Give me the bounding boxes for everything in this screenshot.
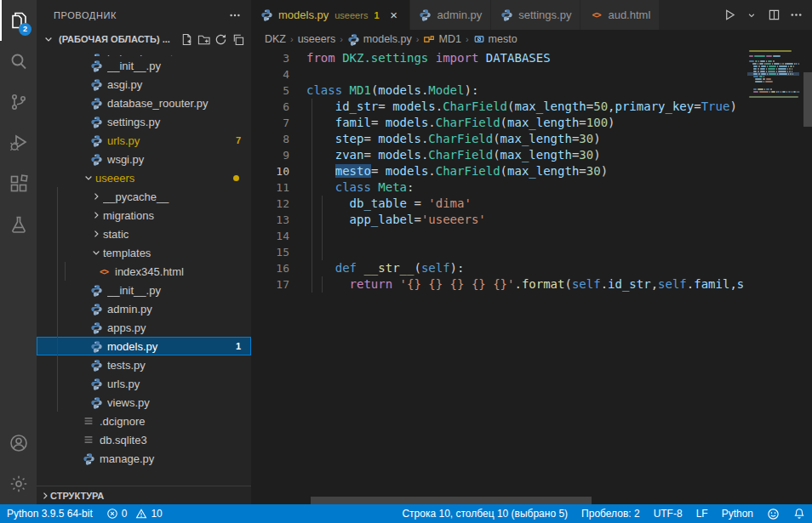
code-line-14[interactable] <box>306 228 747 244</box>
breadcrumb-separator: › <box>340 34 343 44</box>
new-folder-icon[interactable] <box>195 31 212 48</box>
tree-item-__pycache__[interactable]: __pycache__ <box>37 187 251 206</box>
tree-item-useeers[interactable]: useeers <box>37 168 251 187</box>
code-line-9[interactable]: zvan= models.CharField(max_length=30) <box>306 147 747 163</box>
activitybar-manage[interactable] <box>0 463 37 504</box>
chevron-right-icon <box>89 227 103 241</box>
breadcrumb-item-models.py[interactable]: models.py <box>347 33 412 46</box>
py-file-icon <box>89 115 103 128</box>
code-line-5[interactable]: class MD1(models.Model): <box>306 82 747 99</box>
tree-item-indexelement[interactable]: indexelement <box>37 49 251 56</box>
code-line-16[interactable]: def __str__(self): <box>306 260 747 276</box>
code-line-8[interactable]: step= models.CharField(max_length=30) <box>306 131 747 147</box>
tree-item-manage.py[interactable]: manage.py <box>37 449 251 468</box>
activitybar-testing[interactable] <box>0 204 37 245</box>
new-file-icon[interactable] <box>178 31 195 48</box>
file-file-icon <box>82 433 95 446</box>
vertical-scrollbar[interactable] <box>803 72 812 127</box>
tree-item-asgi.py[interactable]: asgi.py <box>37 75 251 94</box>
statusbar-encoding[interactable]: UTF-8 <box>647 504 689 523</box>
statusbar-indentation[interactable]: Пробелов: 2 <box>575 504 647 523</box>
tree-item-static[interactable]: static <box>37 225 251 243</box>
refresh-icon[interactable] <box>212 31 229 48</box>
tree-item-urls.py[interactable]: urls.py <box>37 374 251 393</box>
tree-item-db.sqlite3[interactable]: db.sqlite3 <box>37 430 251 449</box>
tree-item-label: urls.py <box>107 378 251 390</box>
line-number: 5 <box>251 82 289 99</box>
tab-models.py[interactable]: models.pyuseeers1× <box>251 0 410 30</box>
statusbar-python-interpreter[interactable]: Python 3.9.5 64-bit <box>0 504 100 523</box>
tree-item-.dcignore[interactable]: .dcignore <box>37 412 251 430</box>
activitybar-run-and-debug[interactable] <box>0 122 37 163</box>
editor-actions <box>720 0 812 30</box>
statusbar-problems[interactable]: 010 <box>100 504 169 523</box>
activitybar-explorer[interactable]: 2 <box>0 0 37 41</box>
indent-guide <box>312 212 312 228</box>
activitybar-extensions[interactable] <box>0 163 37 204</box>
tree-item-models.py[interactable]: models.py1 <box>37 337 251 355</box>
statusbar-feedback[interactable] <box>760 504 786 523</box>
tree-item-index345.html[interactable]: <>index345.html <box>37 262 251 281</box>
tree-item-label: manage.py <box>100 452 251 465</box>
code-line-12[interactable]: db_table = 'dima' <box>306 196 747 212</box>
tree-item-database_roouter.py[interactable]: database_roouter.py <box>37 94 251 112</box>
horizontal-scrollbar[interactable] <box>311 497 592 504</box>
tree-item-urls.py[interactable]: urls.py7 <box>37 131 251 150</box>
tab-settings.py[interactable]: settings.py <box>491 0 580 30</box>
py-file-icon <box>89 358 103 372</box>
tab-aud.html[interactable]: <>aud.html <box>580 0 660 30</box>
breadcrumb-item-MD1[interactable]: MD1 <box>423 33 460 45</box>
run-dropdown-button[interactable] <box>742 6 761 25</box>
tree-item-views.py[interactable]: views.py <box>37 393 251 412</box>
tree-item-__init__.py[interactable]: __init__.py <box>37 281 251 299</box>
code-line-7[interactable]: famil= models.CharField(max_length=100) <box>306 115 747 131</box>
tree-item-templates[interactable]: templates <box>37 243 251 262</box>
workspace-section-header[interactable]: (РАБОЧАЯ ОБЛАСТЬ) ... <box>37 30 251 48</box>
tree-item-apps.py[interactable]: apps.py <box>37 318 251 337</box>
more-actions-button[interactable] <box>786 6 805 25</box>
problems-badge: 1 <box>236 341 241 351</box>
activitybar-search[interactable] <box>0 41 37 82</box>
statusbar-eol[interactable]: LF <box>689 504 715 523</box>
code-line-15[interactable] <box>306 244 747 260</box>
code-editor[interactable]: 3from DKZ.settings import DATABASES45cla… <box>251 48 812 504</box>
statusbar-text: Python 3.9.5 64-bit <box>7 508 93 520</box>
close-icon[interactable]: × <box>387 9 401 21</box>
tab-admin.py[interactable]: admin.py <box>410 0 492 30</box>
statusbar-language-mode[interactable]: Python <box>715 504 760 523</box>
py-file-icon <box>89 377 103 390</box>
code-line-3[interactable]: from DKZ.settings import DATABASES <box>306 50 747 66</box>
code-line-4[interactable] <box>306 66 747 82</box>
views-and-more-actions-icon[interactable] <box>229 9 241 21</box>
tree-item-tests.py[interactable]: tests.py <box>37 355 251 374</box>
breadcrumb-item-mesto[interactable]: mesto <box>473 33 518 45</box>
collapse-all-icon[interactable] <box>229 31 246 48</box>
statusbar-notifications[interactable] <box>786 504 812 523</box>
split-editor-button[interactable] <box>764 6 783 25</box>
tree-item-admin.py[interactable]: admin.py <box>37 299 251 318</box>
code-line-10[interactable]: mesto= models.CharField(max_length=30) <box>306 163 747 179</box>
tree-item-__init__.py[interactable]: __init__.py <box>37 56 251 75</box>
breadcrumb-item-DKZ[interactable]: DKZ <box>265 33 286 45</box>
tree-item-settings.py[interactable]: settings.py <box>37 112 251 131</box>
breadcrumb-separator: › <box>466 34 469 44</box>
activitybar-source-control[interactable] <box>0 82 37 122</box>
outline-section-header[interactable]: СТРУКТУРА <box>37 486 251 504</box>
run-python-file-button[interactable] <box>720 6 739 25</box>
symbol-field-icon <box>473 33 485 45</box>
indent-guide <box>312 99 312 115</box>
activitybar-accounts[interactable] <box>0 423 37 463</box>
breadcrumb-item-useeers[interactable]: useeers <box>298 33 335 45</box>
tree-item-wsgi.py[interactable]: wsgi.py <box>37 150 251 168</box>
tree-item-label: __init__.py <box>107 60 251 72</box>
py-file-icon <box>89 96 103 110</box>
code-line-6[interactable]: id_str= models.CharField(max_length=50,p… <box>306 99 747 115</box>
statusbar-cursor-position[interactable]: Строка 10, столбец 10 (выбрано 5) <box>395 504 575 523</box>
code-line-13[interactable]: app_label='useeers' <box>306 212 747 228</box>
file-tree: indexelement__init__.pyasgi.pydatabase_r… <box>37 49 251 486</box>
tree-item-migrations[interactable]: migrations <box>37 206 251 225</box>
code-line-17[interactable]: return '{} {} {} {} {}'.format(self.id_s… <box>306 276 747 293</box>
minimap[interactable] <box>747 48 799 504</box>
tree-item-label: tests.py <box>107 359 251 372</box>
code-line-11[interactable]: class Meta: <box>306 179 747 196</box>
